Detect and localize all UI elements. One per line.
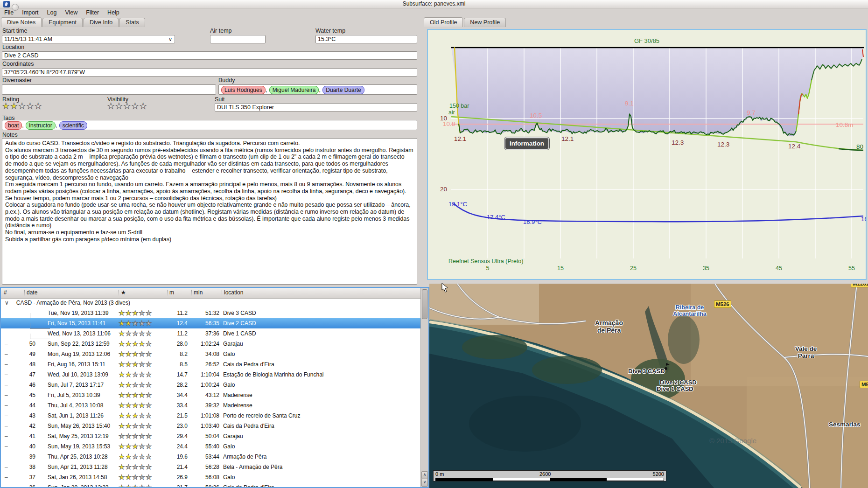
- star-5[interactable]: ★: [140, 102, 147, 111]
- scroll-up-button[interactable]: ∧: [421, 471, 428, 479]
- dive-row[interactable]: –50Sun, Sep 22, 2013 12:59★★★★★28.01:02:…: [1, 339, 421, 349]
- air-temp-input[interactable]: [210, 35, 266, 43]
- star-4[interactable]: ★: [132, 102, 140, 111]
- menu-item-file[interactable]: File: [0, 8, 18, 17]
- column-header-location[interactable]: location: [224, 289, 243, 296]
- coordinates-input[interactable]: 37°05'23.460"N 8°20'47.879"W: [2, 68, 417, 77]
- chevron-down-icon[interactable]: ∨: [168, 36, 172, 42]
- start-time-combobox[interactable]: 11/15/13 11:41 AM ∨: [2, 35, 175, 43]
- dive-site-map[interactable]: Armação de Pêra Ribeira de Alcantarilha …: [429, 284, 868, 488]
- divemaster-label: Divemaster: [2, 77, 32, 84]
- pill-duarte-duarte[interactable]: Duarte Duarte: [322, 86, 364, 94]
- star-1[interactable]: ★: [2, 102, 10, 111]
- dive-rating: ★★★★★: [116, 340, 164, 348]
- dive-row[interactable]: –47Wed, Jul 10, 2013 13:09★★★★★14.71:10:…: [1, 369, 421, 380]
- dive-rating: ★★★★★: [116, 432, 164, 440]
- dive-date: Sat, May 25, 2013 12:19: [42, 433, 116, 439]
- pill-scientific[interactable]: scientific: [59, 121, 87, 130]
- column-header-m[interactable]: m: [169, 289, 174, 296]
- dive-row[interactable]: Fri, Nov 15, 2013 11:41★★★★★12.456:35Div…: [1, 318, 421, 328]
- coordinates-label: Coordinates: [2, 61, 34, 67]
- star-4[interactable]: ★: [27, 102, 35, 111]
- column-header-date[interactable]: date: [27, 289, 37, 296]
- column-header-min[interactable]: min: [194, 289, 203, 296]
- star-5[interactable]: ★: [35, 102, 42, 111]
- dive-row[interactable]: –40Sun, May 19, 2013 15:53★★★★★24.455:40…: [1, 441, 421, 452]
- dive-profile-plot[interactable]: [428, 30, 866, 279]
- dive-row[interactable]: –43Sat, Jun 1, 2013 11:26★★★★★21.51:01:0…: [1, 411, 421, 421]
- dive-date: Sun, Sep 22, 2013 12:59: [42, 341, 116, 347]
- dive-list-scrollbar[interactable]: ∧ ∨: [420, 288, 428, 487]
- tags-input[interactable]: boat, instructor, scientific: [2, 120, 417, 130]
- dive-row[interactable]: –42Sun, May 26, 2013 15:40★★★★★23.01:03:…: [1, 421, 421, 431]
- star-2[interactable]: ★: [115, 102, 123, 111]
- tab-equipment[interactable]: Equipment: [42, 18, 83, 27]
- location-input[interactable]: Dive 2 CASD: [2, 51, 417, 60]
- min-depth-label: 9.7: [747, 109, 756, 116]
- dive-duration: 1:02:24: [188, 341, 219, 347]
- buddy-input[interactable]: Luís Rodrigues, Miguel Madureira, Duarte…: [218, 84, 417, 95]
- menu-item-log[interactable]: Log: [43, 8, 61, 17]
- dive-depth: 21.4: [164, 464, 188, 470]
- time-axis-tick: 35: [699, 265, 713, 272]
- star-2[interactable]: ★: [10, 102, 18, 111]
- dive-row[interactable]: –48Fri, Aug 16, 2013 15:11★★★★★8.526:52C…: [1, 359, 421, 369]
- pill-boat[interactable]: boat: [5, 121, 22, 130]
- dive-duration: 39:32: [188, 402, 219, 409]
- notes-textarea[interactable]: Aula do curso CASD. Transectos c/video e…: [2, 138, 417, 285]
- dive-row[interactable]: –49Mon, Aug 19, 2013 12:06★★★★★8.234:08G…: [1, 349, 421, 359]
- dive-row[interactable]: –44Thu, Jul 4, 2013 10:08★★★★★33.439:32M…: [1, 400, 421, 411]
- max-depth-label: 12.3: [717, 141, 729, 148]
- dive-row[interactable]: –38Sun, Apr 21, 2013 11:28★★★★★21.456:28…: [1, 462, 421, 472]
- scrollbar-thumb[interactable]: [422, 289, 427, 319]
- pill-luís-rodrigues[interactable]: Luís Rodrigues: [221, 86, 266, 94]
- star-1[interactable]: ★: [107, 102, 115, 111]
- menu-item-import[interactable]: Import: [18, 8, 42, 17]
- dive-row[interactable]: –37Sat, Jan 26, 2013 14:58★★★★★26.956:08…: [1, 472, 421, 482]
- time-axis-tick: 55: [845, 265, 859, 272]
- rating-stars[interactable]: ★★★★★: [2, 101, 42, 111]
- dive-row[interactable]: –39Thu, Apr 25, 2013 10:28★★★★★19.653:44…: [1, 452, 421, 462]
- pill-instructor[interactable]: instructor: [26, 121, 55, 130]
- dive-row[interactable]: Tue, Nov 19, 2013 11:39★★★★★11.251:32Div…: [1, 308, 421, 318]
- suit-input[interactable]: DUI TLS 350 Explorer: [215, 103, 417, 112]
- scale-mid: 2600: [539, 471, 551, 477]
- tab-dive-info[interactable]: Dive Info: [84, 18, 119, 27]
- tab-stats[interactable]: Stats: [119, 18, 145, 27]
- tab-old-profile[interactable]: Old Profile: [424, 17, 463, 27]
- dive-row[interactable]: –46Sun, Jul 7, 2013 17:17★★★★★28.21:00:2…: [1, 380, 421, 390]
- dive-row[interactable]: –36Sun, Jan 20, 2013 12:33★★★★★21.758:36…: [1, 482, 421, 488]
- column-header-num[interactable]: #: [4, 289, 7, 296]
- window-titlebar[interactable]: Subsurface: paneves.xml: [0, 0, 868, 8]
- star-3[interactable]: ★: [124, 102, 132, 111]
- visibility-stars[interactable]: ★★★★★: [107, 101, 147, 111]
- dive-rating: ★★★★★: [116, 463, 164, 471]
- water-temp-input[interactable]: 15.3°C: [315, 35, 417, 43]
- dive-row[interactable]: –41Sat, May 25, 2013 12:19★★★★★29.450:04…: [1, 431, 421, 441]
- trip-expander-icon[interactable]: ∨: [5, 300, 9, 306]
- map-label-river: Ribeira de Alcantarilha: [662, 304, 718, 317]
- column-header-stars[interactable]: ★: [121, 289, 126, 296]
- information-button[interactable]: Information: [504, 137, 549, 150]
- menu-item-view[interactable]: View: [61, 8, 82, 17]
- dive-list-header[interactable]: #date★mminlocation: [1, 288, 428, 299]
- tab-new-profile[interactable]: New Profile: [464, 18, 506, 27]
- max-depth-label: 12.1: [561, 135, 574, 142]
- menu-item-help[interactable]: Help: [103, 8, 124, 17]
- menu-item-filter[interactable]: Filter: [82, 8, 103, 17]
- min-depth-label: 10.5: [530, 112, 542, 119]
- dive-list: #date★mminlocation ∨– CASD - Armação de …: [0, 287, 429, 488]
- mouse-cursor: [441, 283, 449, 293]
- scroll-down-button[interactable]: ∨: [421, 479, 428, 487]
- tab-dive-notes[interactable]: Dive Notes: [1, 17, 42, 27]
- pill-miguel-madureira[interactable]: Miguel Madureira: [269, 86, 319, 94]
- dive-row[interactable]: –45Fri, Jul 5, 2013 10:39★★★★★34.443:12M…: [1, 390, 421, 400]
- dive-depth: 11.2: [164, 310, 188, 316]
- star-3[interactable]: ★: [19, 102, 27, 111]
- dive-trip-row[interactable]: ∨– CASD - Armação de Pêra, Nov 2013 (3 d…: [1, 298, 421, 308]
- road-badge-m526: M526: [714, 300, 731, 308]
- dive-depth: 8.5: [164, 361, 188, 368]
- dive-date: Sat, Jun 1, 2013 11:26: [42, 412, 116, 419]
- dive-row[interactable]: Wed, Nov 13, 2013 11:06★★★★★11.237:36Div…: [1, 328, 421, 339]
- divemaster-input[interactable]: [2, 84, 216, 95]
